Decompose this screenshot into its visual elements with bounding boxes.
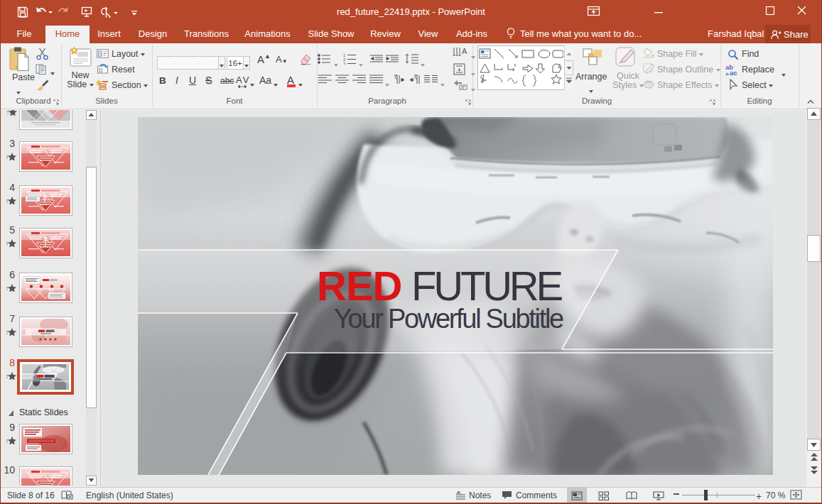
svg-text:FUTURE: FUTURE [411,263,563,309]
svg-text:A: A [462,47,467,55]
svg-text:RED: RED [317,263,401,309]
svg-text:ac: ac [730,69,737,76]
svg-text:Your Powerful Subtitle: Your Powerful Subtitle [334,304,563,334]
svg-text:3: 3 [343,62,346,65]
